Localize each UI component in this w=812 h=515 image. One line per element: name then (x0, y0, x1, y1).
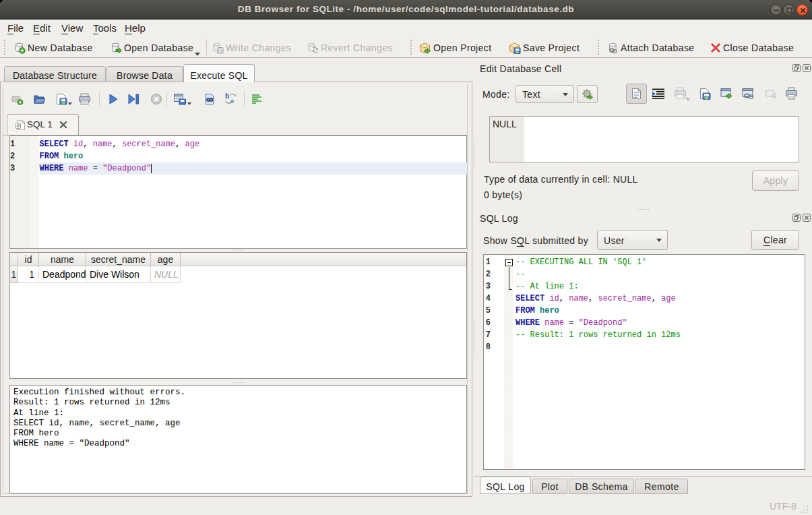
svg-text:b: b (225, 92, 229, 100)
svg-text:a: a (230, 97, 234, 104)
